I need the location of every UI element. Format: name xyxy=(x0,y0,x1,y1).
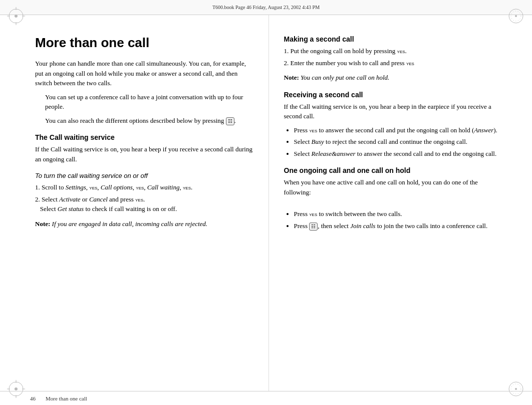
receiving-bullet-3: Select Release&answer to answer the seco… xyxy=(294,149,502,159)
ongoing-intro: When you have one active call and one ca… xyxy=(284,177,502,197)
making-steps: 1. Put the ongoing call on hold by press… xyxy=(284,46,502,68)
indent-para-2-text: You can also reach the different options… xyxy=(45,117,224,124)
menu-key-icon-2: ☷ xyxy=(309,223,318,231)
ongoing-section: One ongoing call and one call on hold Wh… xyxy=(284,166,502,231)
page-label: More than one call xyxy=(46,395,87,401)
making-section: Making a second call 1. Put the ongoing … xyxy=(284,35,502,83)
turn-on-off-section: To turn the call waiting service on or o… xyxy=(35,172,253,229)
bottom-bar: 46 More than one call xyxy=(0,391,532,405)
ongoing-bullets: Press yes to switch between the two call… xyxy=(294,209,502,231)
receiving-section: Receiving a second call If the Call wait… xyxy=(284,91,502,159)
page: T600.book Page 46 Friday, August 23, 200… xyxy=(0,0,532,405)
turn-on-off-heading: To turn the call waiting service on or o… xyxy=(35,172,253,179)
turn-on-off-steps: 1. Scroll to Settings, yes, Call options… xyxy=(35,182,253,214)
making-step-2: 2. Enter the number you wish to call and… xyxy=(284,58,502,68)
ongoing-heading: One ongoing call and one call on hold xyxy=(284,166,502,174)
step-2: 2. Select Activate or Cancel and press y… xyxy=(35,194,253,214)
indent-para-1: You can set up a conference call to have… xyxy=(45,92,253,112)
ongoing-bullet-1: Press yes to switch between the two call… xyxy=(294,209,502,219)
call-waiting-heading: The Call waiting service xyxy=(35,133,253,141)
receiving-bullets: Press yes to answer the second call and … xyxy=(294,125,502,159)
ongoing-bullet-2: Press ☷, then select Join calls to join … xyxy=(294,221,502,231)
receiving-bullet-2: Select Busy to reject the second call an… xyxy=(294,137,502,147)
top-bar: T600.book Page 46 Friday, August 23, 200… xyxy=(0,0,532,15)
making-note-text: You can only put one call on hold. xyxy=(301,74,389,81)
making-note: Note: You can only put one call on hold. xyxy=(284,73,502,83)
receiving-bullet-1: Press yes to answer the second call and … xyxy=(294,125,502,135)
page-number: 46 xyxy=(30,395,36,401)
receiving-intro: If the Call waiting service is on, you h… xyxy=(284,102,502,121)
making-step-1: 1. Put the ongoing call on hold by press… xyxy=(284,46,502,56)
main-heading: More than one call xyxy=(35,35,253,51)
note-label: Note: xyxy=(35,220,50,228)
right-column: Making a second call 1. Put the ongoing … xyxy=(269,15,533,391)
main-heading-section: More than one call Your phone can handle… xyxy=(35,35,253,125)
making-note-label: Note: xyxy=(284,74,299,81)
call-waiting-body: If the Call waiting service is on, you h… xyxy=(35,144,253,164)
making-heading: Making a second call xyxy=(284,35,502,43)
menu-key-icon: ☷ xyxy=(226,117,234,125)
left-note: Note: If you are engaged in data call, i… xyxy=(35,219,253,229)
top-bar-text: T600.book Page 46 Friday, August 23, 200… xyxy=(212,5,320,10)
intro-paragraph: Your phone can handle more than one call… xyxy=(35,59,253,88)
receiving-heading: Receiving a second call xyxy=(284,91,502,99)
call-waiting-section: The Call waiting service If the Call wai… xyxy=(35,133,253,164)
indent-para-2: You can also reach the different options… xyxy=(45,116,253,126)
note-text: If you are engaged in data call, incomin… xyxy=(52,220,207,228)
content-area: More than one call Your phone can handle… xyxy=(0,15,532,391)
step-1: 1. Scroll to Settings, yes, Call options… xyxy=(35,182,253,192)
left-column: More than one call Your phone can handle… xyxy=(0,15,269,391)
